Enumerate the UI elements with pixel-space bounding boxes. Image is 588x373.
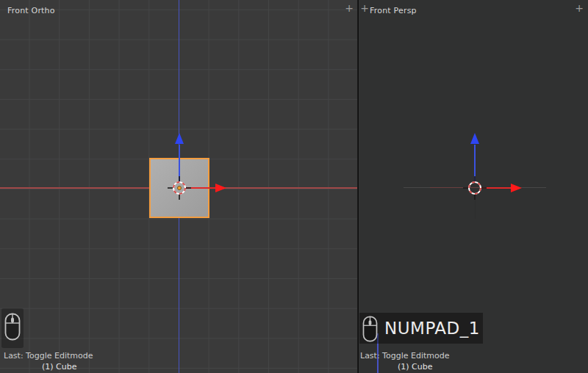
viewport-label-persp: Front Persp	[370, 6, 417, 15]
viewport-front-persp[interactable]: + Front Persp + NUMPAD_1	[359, 0, 588, 373]
screencast-object-info: (1) Cube	[42, 362, 76, 372]
plus-icon-expand-panel-left-viewport[interactable]: +	[344, 3, 354, 13]
3d-cursor-icon	[167, 175, 192, 200]
mouse-icon	[4, 313, 21, 344]
screencast-key-display: NUMPAD_1	[359, 313, 483, 344]
screencast-last-action: Last: Toggle Editmode	[360, 351, 449, 361]
plus-icon-expand-panel-right-viewport[interactable]: +	[574, 3, 584, 13]
screencast-last-action: Last: Toggle Editmode	[4, 351, 93, 361]
gizmo-z-arrow-head[interactable]	[470, 133, 479, 144]
screencast-object-info: (1) Cube	[398, 362, 432, 372]
key-pressed-label: NUMPAD_1	[384, 313, 480, 344]
3d-cursor-icon	[462, 175, 487, 200]
blender-split-3d-view: Front Ortho + Last: Toggle Edi	[0, 0, 588, 373]
gizmo-x-arrow-head[interactable]	[215, 184, 226, 192]
viewport-splitter-handle[interactable]	[357, 0, 359, 373]
viewport-front-ortho[interactable]: Front Ortho + Last: Toggle Edi	[0, 0, 358, 373]
viewport-label-ortho: Front Ortho	[7, 6, 55, 15]
gizmo-x-arrow-head[interactable]	[511, 184, 522, 192]
plus-icon-expand-toolshelf-right-viewport[interactable]: +	[359, 3, 370, 13]
mouse-icon	[362, 316, 378, 345]
gizmo-z-arrow-head[interactable]	[175, 133, 184, 144]
